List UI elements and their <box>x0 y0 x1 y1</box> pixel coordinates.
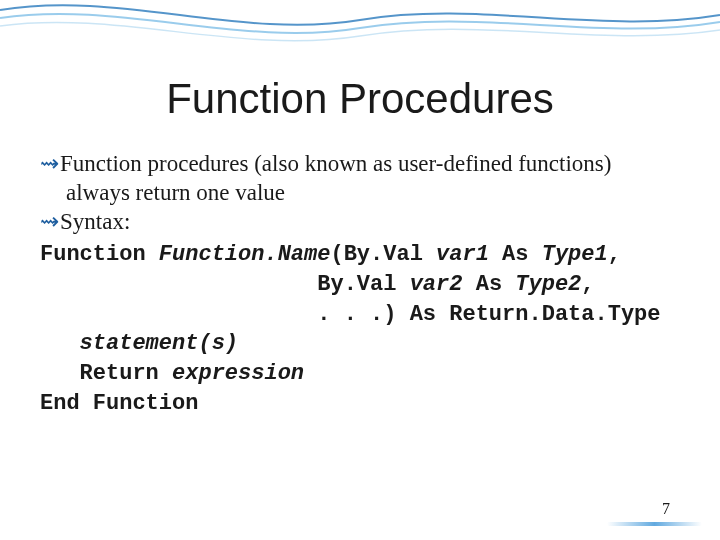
bullet-item: ⇝Function procedures (also known as user… <box>40 150 680 208</box>
bullet-glyph-icon: ⇝ <box>40 150 60 179</box>
bullet-glyph-icon: ⇝ <box>40 208 60 237</box>
bullet-item: ⇝Syntax: <box>40 208 680 237</box>
decorative-wave <box>0 0 720 60</box>
code-syntax-block: Function Function.Name(By.Val var1 As Ty… <box>40 240 680 418</box>
page-number-underline <box>607 522 702 526</box>
slide-title: Function Procedures <box>0 75 720 123</box>
slide-body: ⇝Function procedures (also known as user… <box>40 150 680 418</box>
page-number: 7 <box>662 500 670 518</box>
bullet-text: Syntax: <box>60 209 130 234</box>
bullet-text: Function procedures (also known as user-… <box>60 151 611 205</box>
